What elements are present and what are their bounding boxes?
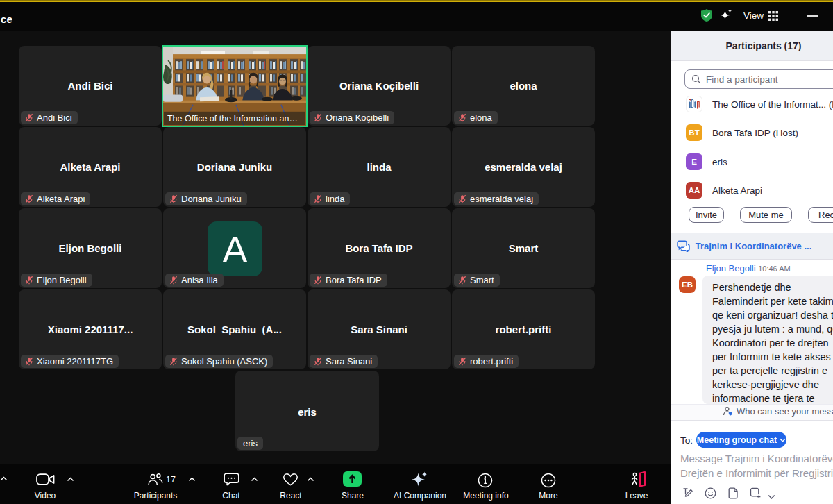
svg-text:The Office of the Information: The Office of the Information an… <box>167 114 298 124</box>
